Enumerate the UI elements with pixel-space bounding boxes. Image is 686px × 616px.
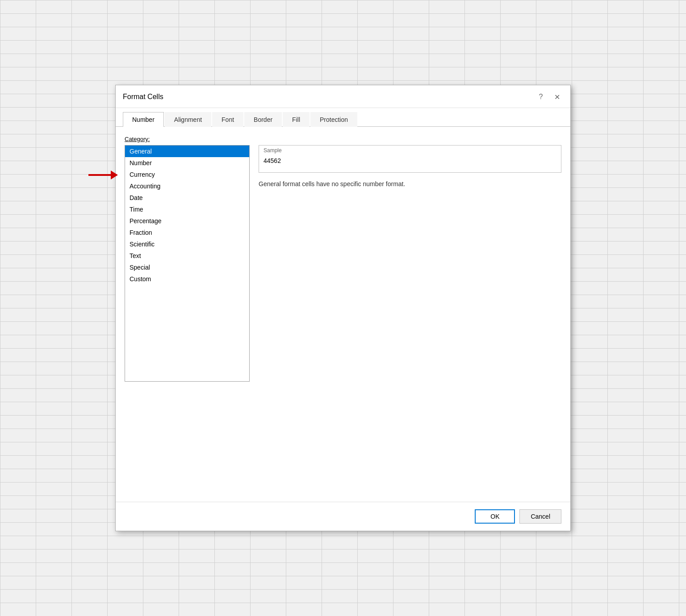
description-text: General format cells have no specific nu… (259, 180, 561, 189)
category-item-accounting[interactable]: Accounting (125, 180, 249, 192)
category-item-custom[interactable]: Custom (125, 273, 249, 285)
category-item-number[interactable]: Number (125, 157, 249, 169)
arrow-annotation (88, 171, 118, 179)
content-area: General Number Currency Accounting Date (125, 145, 561, 382)
format-cells-dialog: Format Cells ? ✕ Number Alignment Font B… (115, 85, 571, 531)
category-item-scientific[interactable]: Scientific (125, 238, 249, 250)
right-panel: Sample 44562 General format cells have n… (259, 145, 561, 382)
category-item-special[interactable]: Special (125, 262, 249, 273)
sample-value: 44562 (259, 154, 561, 172)
dialog-footer: OK Cancel (116, 502, 570, 531)
sample-box: Sample 44562 (259, 145, 561, 173)
dialog-content: Category: General Number Currency Accoun… (116, 127, 570, 502)
tab-bar: Number Alignment Font Border Fill Protec… (116, 108, 570, 127)
category-item-text[interactable]: Text (125, 250, 249, 262)
category-item-percentage[interactable]: Percentage (125, 215, 249, 227)
category-list[interactable]: General Number Currency Accounting Date (125, 145, 250, 382)
category-item-date[interactable]: Date (125, 192, 249, 204)
ok-button[interactable]: OK (475, 509, 515, 524)
tab-font[interactable]: Font (212, 112, 243, 127)
tab-alignment[interactable]: Alignment (165, 112, 211, 127)
dialog-overlay: Format Cells ? ✕ Number Alignment Font B… (115, 85, 571, 531)
cancel-button[interactable]: Cancel (519, 509, 561, 524)
help-button[interactable]: ? (535, 91, 547, 103)
category-label: Category: (125, 136, 561, 142)
category-item-time[interactable]: Time (125, 204, 249, 215)
dialog-title: Format Cells (123, 93, 163, 101)
title-buttons: ? ✕ (535, 91, 563, 103)
close-button[interactable]: ✕ (551, 91, 563, 103)
tab-fill[interactable]: Fill (283, 112, 310, 127)
category-item-fraction[interactable]: Fraction (125, 227, 249, 238)
tab-protection[interactable]: Protection (310, 112, 357, 127)
title-bar: Format Cells ? ✕ (116, 85, 570, 108)
arrow-head (111, 171, 118, 179)
tab-number[interactable]: Number (123, 112, 164, 127)
sample-header: Sample (259, 146, 561, 154)
category-item-currency[interactable]: Currency (125, 169, 249, 180)
category-item-general[interactable]: General (125, 146, 249, 157)
arrow-body (88, 174, 111, 176)
tab-border[interactable]: Border (244, 112, 282, 127)
